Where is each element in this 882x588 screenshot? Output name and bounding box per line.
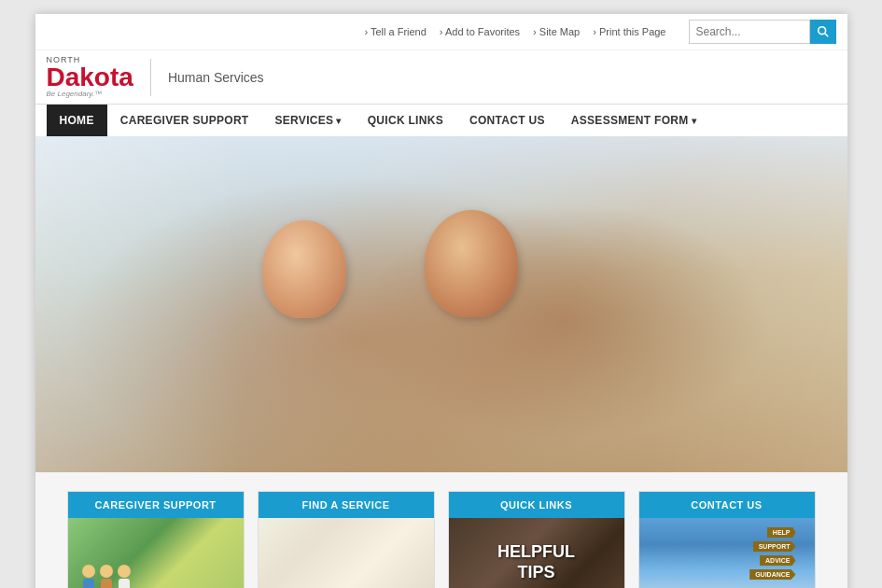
figure-body-2 xyxy=(101,579,112,588)
card-contact-us[interactable]: CONTACT US HELP SUPPORT ADVICE GUIDANCE … xyxy=(638,491,816,588)
card-image-caregiver xyxy=(68,518,244,588)
search-wrapper xyxy=(689,20,836,44)
figure-2 xyxy=(100,565,113,588)
signpost: HELP SUPPORT ADVICE GUIDANCE xyxy=(749,527,795,580)
logo-area: NORTH Dakota Be Legendary.™ Human Servic… xyxy=(47,56,264,98)
sign-support: SUPPORT xyxy=(753,541,796,552)
card-header-caregiver: CAREGIVER SUPPORT xyxy=(68,492,244,518)
svg-point-0 xyxy=(818,27,825,35)
nav-services[interactable]: SERVICES ▾ xyxy=(262,105,355,136)
site-map-link[interactable]: Site Map xyxy=(533,26,580,37)
logo-nd: NORTH Dakota Be Legendary.™ xyxy=(47,56,133,98)
add-favorites-link[interactable]: Add to Favorites xyxy=(440,26,520,37)
card-find-service[interactable]: FIND A SERVICE Find providers, services,… xyxy=(258,491,435,588)
logo-human-services: Human Services xyxy=(168,70,264,85)
person-face-2 xyxy=(425,210,518,317)
contact-img-bg: HELP SUPPORT ADVICE GUIDANCE xyxy=(639,518,815,588)
cards-row: CAREGIVER SUPPORT xyxy=(49,491,833,588)
sign-advice: ADVICE xyxy=(760,555,795,566)
logo-divider xyxy=(150,59,151,96)
nav-caregiver-support[interactable]: CAREGIVER SUPPORT xyxy=(107,105,262,136)
print-page-link[interactable]: Print this Page xyxy=(593,26,665,37)
sign-guidance: GUIDANCE xyxy=(749,569,795,580)
figure-head-1 xyxy=(82,565,95,578)
nav-assessment-form[interactable]: ASSESSMENT FORM ▾ xyxy=(558,105,709,136)
search-button[interactable] xyxy=(810,20,836,44)
nav-contact-us[interactable]: CONTACT US xyxy=(456,105,558,136)
search-input[interactable] xyxy=(689,20,810,44)
person-face-1 xyxy=(262,220,346,318)
figure-head-3 xyxy=(118,565,131,578)
figure-body-1 xyxy=(83,579,94,588)
search-icon xyxy=(817,25,830,38)
tell-friend-link[interactable]: Tell a Friend xyxy=(364,26,426,37)
nav-home[interactable]: HOME xyxy=(47,105,107,136)
sign-help: HELP xyxy=(767,527,796,538)
services-caret: ▾ xyxy=(336,116,341,126)
tips-text: TIPS xyxy=(517,564,554,582)
logo-dakota-text: Dakota xyxy=(47,64,133,91)
card-image-quicklinks: HELPFUL TIPS xyxy=(449,518,624,588)
figure-body-3 xyxy=(119,579,130,588)
figure-1 xyxy=(82,565,95,588)
figure-head-2 xyxy=(100,565,113,578)
svg-line-1 xyxy=(824,34,828,37)
content-section: CAREGIVER SUPPORT xyxy=(35,472,847,588)
figure-3 xyxy=(118,565,131,588)
utility-bar: Tell a Friend Add to Favorites Site Map … xyxy=(35,14,847,50)
people-figures xyxy=(82,565,131,588)
card-image-contact: HELP SUPPORT ADVICE GUIDANCE xyxy=(639,518,815,588)
header: NORTH Dakota Be Legendary.™ Human Servic… xyxy=(35,50,847,104)
card-image-service xyxy=(259,518,434,588)
caregiver-img-bg xyxy=(68,518,244,588)
card-caregiver-support[interactable]: CAREGIVER SUPPORT xyxy=(67,491,245,588)
helpful-text: HELPFUL xyxy=(497,543,575,562)
quicklinks-img-bg: HELPFUL TIPS xyxy=(449,518,624,588)
hero-section xyxy=(35,136,847,472)
card-header-quicklinks: QUICK LINKS xyxy=(449,492,624,518)
hero-image xyxy=(35,136,847,472)
page-wrapper: Tell a Friend Add to Favorites Site Map … xyxy=(35,14,847,588)
card-quick-links[interactable]: QUICK LINKS HELPFUL TIPS Find links and … xyxy=(448,491,625,588)
assessment-caret: ▾ xyxy=(692,116,696,126)
card-header-service: FIND A SERVICE xyxy=(259,492,434,518)
service-img-bg xyxy=(259,518,434,588)
nav-bar: HOME CAREGIVER SUPPORT SERVICES ▾ QUICK … xyxy=(35,104,847,136)
nav-quick-links[interactable]: QUICK LINKS xyxy=(355,105,456,136)
card-header-contact: CONTACT US xyxy=(639,492,815,518)
logo-tagline: Be Legendary.™ xyxy=(47,91,133,98)
